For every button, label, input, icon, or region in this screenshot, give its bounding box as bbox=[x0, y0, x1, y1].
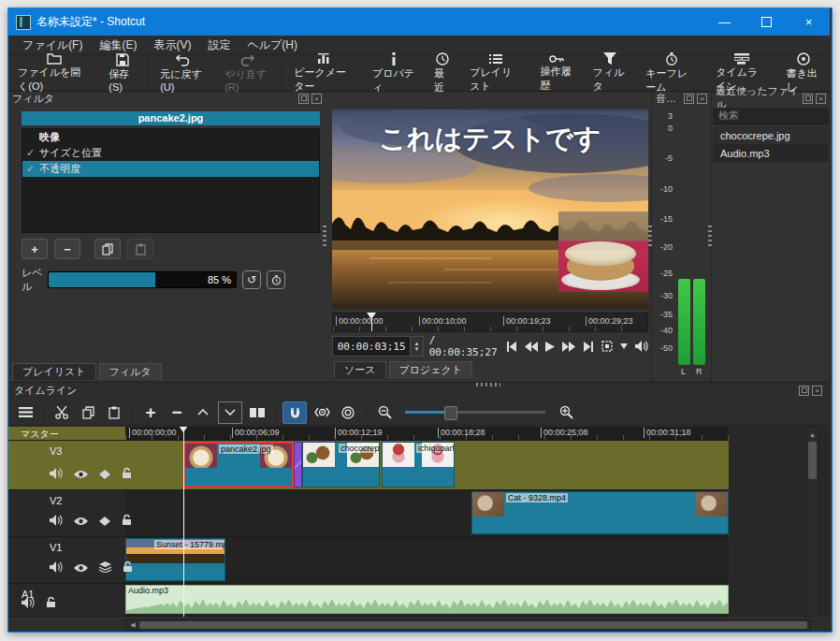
mute-icon[interactable] bbox=[50, 466, 63, 483]
vertical-scrollbar-thumb[interactable] bbox=[808, 442, 817, 479]
clip-ichigoparfait[interactable]: ichigoparfait.jpg bbox=[382, 442, 455, 488]
timeline-playhead-line[interactable] bbox=[183, 427, 184, 617]
minimize-button[interactable]: — bbox=[703, 8, 746, 36]
master-track-head[interactable]: マスター bbox=[8, 427, 125, 441]
peak-meter-button[interactable]: ピークメーター bbox=[284, 55, 363, 91]
composite-icon[interactable] bbox=[99, 513, 110, 530]
lock-icon[interactable] bbox=[46, 595, 56, 612]
player-seek-ruler[interactable]: 00:00:00;00 00:00:10;00 00:00:19;23 00:0… bbox=[332, 313, 648, 332]
redo-button[interactable]: やり直す(R) bbox=[215, 55, 280, 91]
undo-button[interactable]: 元に戻す(U) bbox=[151, 55, 215, 91]
menu-view[interactable]: 表示(V) bbox=[145, 37, 199, 53]
stop-button[interactable] bbox=[601, 341, 613, 352]
close-icon[interactable]: × bbox=[812, 386, 822, 396]
scrub-while-dragging-button[interactable] bbox=[311, 402, 333, 423]
track-lane-a1[interactable]: Audio.mp3 bbox=[125, 584, 729, 617]
paste-filters-button[interactable] bbox=[127, 239, 153, 259]
menu-file[interactable]: ファイル(F) bbox=[14, 37, 91, 53]
lock-icon[interactable] bbox=[122, 513, 132, 530]
maximize-button[interactable] bbox=[746, 8, 788, 36]
filter-row-size-position[interactable]: ✓ サイズと位置 bbox=[22, 145, 319, 161]
keyframe-level-button[interactable] bbox=[267, 270, 285, 289]
layers-icon[interactable] bbox=[99, 560, 111, 576]
clip-sunset[interactable]: Sunset - 15779.mp4 bbox=[125, 538, 225, 581]
track-head-v1[interactable]: V1 bbox=[8, 537, 125, 584]
copy-filters-button[interactable] bbox=[94, 239, 121, 259]
checkbox-icon[interactable]: ✓ bbox=[26, 147, 39, 159]
splitter-player-meter[interactable] bbox=[648, 226, 652, 248]
open-file-button[interactable]: ファイルを開く(O) bbox=[8, 55, 99, 91]
undock-icon[interactable] bbox=[298, 94, 309, 104]
remove-filter-button[interactable]: − bbox=[54, 239, 80, 259]
mute-icon[interactable] bbox=[50, 560, 63, 576]
lock-icon[interactable] bbox=[122, 466, 132, 483]
close-icon[interactable]: × bbox=[697, 94, 707, 104]
player-playhead-line[interactable] bbox=[371, 313, 372, 331]
composite-icon[interactable] bbox=[99, 466, 110, 483]
mute-icon[interactable] bbox=[22, 595, 35, 612]
track-lane-v3[interactable]: pancake2.jpg chococrepe.jpg ichigoparfai… bbox=[125, 441, 729, 490]
checkbox-icon[interactable]: ✓ bbox=[26, 163, 39, 175]
menu-edit[interactable]: 編集(E) bbox=[91, 37, 145, 53]
level-slider[interactable]: 85 % bbox=[48, 271, 237, 288]
tab-filters[interactable]: フィルタ bbox=[99, 363, 162, 380]
undock-icon[interactable] bbox=[684, 94, 694, 104]
hide-icon[interactable] bbox=[74, 513, 88, 530]
lock-icon[interactable] bbox=[123, 560, 133, 576]
paste-button[interactable] bbox=[103, 402, 125, 423]
skip-start-button[interactable] bbox=[506, 342, 517, 352]
snap-toggle-button[interactable] bbox=[282, 401, 307, 424]
player-menu-dropdown[interactable] bbox=[620, 343, 628, 349]
video-preview[interactable]: これはテストです bbox=[332, 109, 648, 309]
vertical-scrollbar[interactable]: ▲ bbox=[805, 427, 819, 617]
close-icon[interactable]: × bbox=[311, 94, 322, 104]
track-head-a1[interactable]: A1 bbox=[8, 584, 125, 617]
undock-icon[interactable] bbox=[803, 94, 813, 104]
lift-button[interactable] bbox=[192, 402, 214, 423]
time-spinner[interactable]: ▲▼ bbox=[411, 336, 423, 357]
close-icon[interactable]: × bbox=[816, 94, 826, 104]
fast-forward-button[interactable] bbox=[562, 342, 575, 352]
close-button[interactable]: × bbox=[788, 8, 830, 36]
mute-icon[interactable] bbox=[50, 513, 63, 530]
zoom-out-button[interactable] bbox=[373, 402, 396, 423]
ripple-markers-button[interactable] bbox=[337, 402, 359, 423]
menu-settings[interactable]: 設定 bbox=[199, 37, 239, 53]
undock-icon[interactable] bbox=[799, 386, 809, 396]
ripple-delete-button[interactable]: − bbox=[166, 402, 188, 423]
split-clip-button[interactable] bbox=[246, 402, 268, 423]
track-lane-v1[interactable]: Sunset - 15779.mp4 bbox=[125, 537, 729, 584]
clip-pancake2[interactable]: pancake2.jpg bbox=[183, 442, 294, 488]
recent-file-row[interactable]: chococrepe.jpg bbox=[713, 126, 829, 144]
append-button[interactable]: + bbox=[139, 402, 162, 423]
search-input[interactable]: 検索 bbox=[713, 108, 829, 124]
recent-file-row[interactable]: Audio.mp3 bbox=[713, 144, 829, 162]
track-head-v3[interactable]: V3 bbox=[8, 441, 125, 490]
keyframes-button[interactable]: キーフレーム bbox=[636, 55, 706, 91]
playlist-button[interactable]: プレイリスト bbox=[460, 55, 530, 91]
add-filter-button[interactable]: + bbox=[22, 239, 48, 259]
splitter-workspace-timeline[interactable] bbox=[476, 383, 500, 386]
copy-button[interactable] bbox=[77, 402, 99, 423]
filter-row-opacity[interactable]: ✓ 不透明度 bbox=[22, 161, 319, 177]
zoom-slider-thumb[interactable] bbox=[444, 406, 457, 420]
save-button[interactable]: 保存(S) bbox=[99, 55, 146, 91]
timeline-menu-button[interactable] bbox=[14, 402, 36, 423]
tab-project[interactable]: プロジェクト bbox=[389, 361, 473, 378]
skip-end-button[interactable] bbox=[583, 342, 594, 352]
clip-chococrepe[interactable]: chococrepe.jpg bbox=[302, 442, 380, 488]
track-lane-v2[interactable]: Cat - 9328.mp4 bbox=[125, 490, 729, 537]
rewind-button[interactable] bbox=[525, 342, 538, 352]
history-button[interactable]: 操作履歴 bbox=[530, 55, 583, 91]
menu-help[interactable]: ヘルプ(H) bbox=[239, 37, 306, 53]
overwrite-button[interactable] bbox=[218, 401, 242, 424]
splitter-meter-recent[interactable] bbox=[708, 226, 712, 248]
clip-cat[interactable]: Cat - 9328.mp4 bbox=[471, 491, 729, 534]
play-button[interactable] bbox=[545, 342, 555, 352]
filter-button[interactable]: フィルタ bbox=[583, 55, 636, 91]
cut-button[interactable] bbox=[51, 402, 73, 423]
zoom-slider[interactable] bbox=[405, 411, 545, 414]
properties-button[interactable]: プロパティ bbox=[363, 55, 425, 91]
transition-clip[interactable] bbox=[294, 442, 302, 488]
tab-playlist[interactable]: プレイリスト bbox=[12, 363, 96, 380]
